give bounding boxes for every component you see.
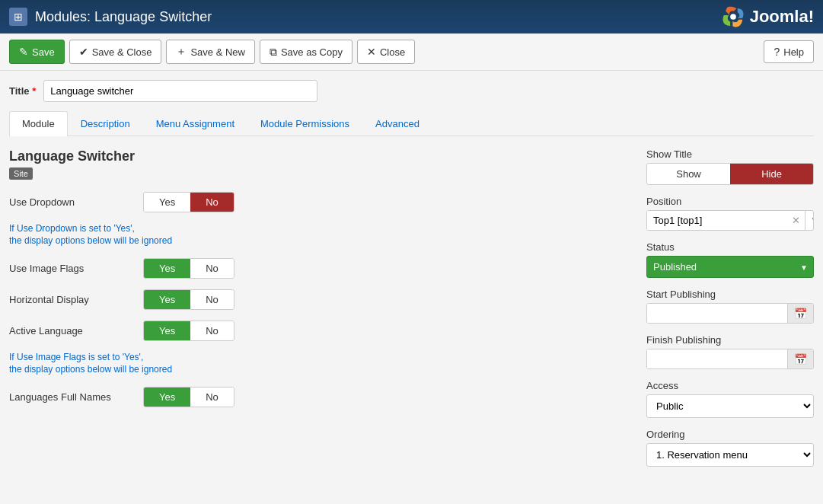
use-dropdown-label: Use Dropdown: [9, 196, 131, 208]
tab-menu-assignment[interactable]: Menu Assignment: [143, 111, 247, 136]
check-icon: ✔: [79, 46, 88, 58]
languages-full-names-toggle: Yes No: [143, 387, 234, 407]
tab-advanced[interactable]: Advanced: [362, 111, 432, 136]
access-label: Access: [646, 380, 814, 391]
status-label: Status: [646, 241, 814, 253]
active-language-yes[interactable]: Yes: [144, 321, 190, 340]
start-publishing-label: Start Publishing: [646, 289, 814, 300]
start-publishing-wrap: 📅: [646, 303, 814, 324]
use-dropdown-no[interactable]: No: [190, 193, 234, 212]
joomla-icon: [721, 5, 745, 29]
start-publishing-section: Start Publishing 📅: [646, 289, 814, 324]
save-copy-button[interactable]: ⧉ Save as Copy: [260, 40, 352, 64]
position-clear-button[interactable]: ✕: [787, 211, 805, 230]
active-language-row: Active Language Yes No: [9, 321, 631, 341]
tab-module[interactable]: Module: [9, 111, 68, 136]
required-marker: *: [32, 85, 36, 97]
status-section: Status Published: [646, 241, 814, 278]
toolbar: ✎ Save ✔ Save & Close ＋ Save & New ⧉ Sav…: [0, 33, 823, 71]
horizontal-display-toggle: Yes No: [143, 289, 234, 310]
start-publishing-calendar-icon[interactable]: 📅: [787, 304, 813, 323]
main-column: Language Switcher Site Use Dropdown Yes …: [9, 148, 631, 477]
finish-publishing-label: Finish Publishing: [646, 334, 814, 346]
title-label: Title *: [9, 85, 36, 97]
joomla-text: Joomla!: [750, 7, 814, 27]
position-label: Position: [646, 196, 814, 207]
finish-publishing-input[interactable]: [647, 349, 787, 368]
tabs: Module Description Menu Assignment Modul…: [9, 111, 814, 136]
copy-icon: ⧉: [270, 46, 277, 59]
languages-full-names-yes[interactable]: Yes: [144, 388, 190, 407]
languages-full-names-label: Languages Full Names: [9, 391, 131, 403]
save-button[interactable]: ✎ Save: [9, 40, 65, 64]
status-wrap: Published: [646, 256, 814, 278]
question-icon: ?: [774, 46, 780, 58]
show-title-label: Show Title: [646, 148, 814, 160]
use-image-flags-label: Use Image Flags: [9, 263, 131, 274]
dropdown-info-line1[interactable]: If Use Dropdown is set to 'Yes',: [9, 223, 631, 234]
use-dropdown-yes[interactable]: Yes: [144, 193, 190, 212]
finish-publishing-calendar-icon[interactable]: 📅: [787, 349, 813, 368]
header: ⊞ Modules: Language Switcher Joomla!: [0, 0, 823, 33]
use-dropdown-toggle: Yes No: [143, 192, 234, 212]
svg-point-0: [730, 14, 736, 20]
tab-description[interactable]: Description: [68, 111, 143, 136]
finish-publishing-section: Finish Publishing 📅: [646, 334, 814, 369]
use-image-flags-row: Use Image Flags Yes No: [9, 258, 631, 279]
use-image-flags-yes[interactable]: Yes: [144, 259, 190, 278]
start-publishing-input[interactable]: [647, 304, 787, 323]
close-button[interactable]: ✕ Close: [357, 40, 415, 64]
x-icon: ✕: [367, 46, 376, 58]
active-language-no[interactable]: No: [190, 321, 234, 340]
horizontal-display-row: Horizontal Display Yes No: [9, 289, 631, 310]
image-flags-info-line2[interactable]: the display options below will be ignore…: [9, 364, 631, 375]
module-icon: ⊞: [9, 8, 27, 26]
side-column: Show Title Show Hide Position ✕ ▼ Status: [646, 148, 814, 477]
access-select[interactable]: PublicGuestRegisteredSpecial: [646, 394, 814, 418]
active-language-label: Active Language: [9, 325, 131, 337]
section-title: Language Switcher: [9, 148, 631, 164]
position-dropdown-button[interactable]: ▼: [805, 211, 814, 230]
position-input-wrap: ✕ ▼: [646, 210, 814, 231]
title-input[interactable]: [43, 80, 317, 102]
use-image-flags-toggle: Yes No: [143, 258, 234, 279]
toolbar-buttons: ✎ Save ✔ Save & Close ＋ Save & New ⧉ Sav…: [9, 40, 415, 64]
access-section: Access PublicGuestRegisteredSpecial: [646, 380, 814, 418]
finish-publishing-wrap: 📅: [646, 349, 814, 369]
show-button[interactable]: Show: [647, 164, 730, 184]
show-title-section: Show Title Show Hide: [646, 148, 814, 185]
two-col-layout: Language Switcher Site Use Dropdown Yes …: [9, 148, 814, 477]
header-left: ⊞ Modules: Language Switcher: [9, 8, 212, 26]
use-dropdown-row: Use Dropdown Yes No: [9, 192, 631, 212]
plus-icon: ＋: [176, 45, 187, 59]
dropdown-info: If Use Dropdown is set to 'Yes', the dis…: [9, 223, 631, 246]
hide-button[interactable]: Hide: [730, 164, 813, 184]
save-icon: ✎: [19, 46, 28, 58]
help-button[interactable]: ? Help: [764, 40, 814, 63]
title-row: Title *: [9, 80, 814, 102]
show-hide-toggle: Show Hide: [646, 163, 814, 185]
status-select[interactable]: Published: [646, 256, 814, 278]
ordering-label: Ordering: [646, 429, 814, 440]
horizontal-display-label: Horizontal Display: [9, 294, 131, 305]
horizontal-display-no[interactable]: No: [190, 290, 234, 309]
image-flags-info-line1[interactable]: If Use Image Flags is set to 'Yes',: [9, 352, 631, 362]
content: Title * Module Description Menu Assignme…: [0, 71, 823, 486]
position-section: Position ✕ ▼: [646, 196, 814, 231]
ordering-select[interactable]: 1. Reservation menu: [646, 443, 814, 467]
ordering-section: Ordering 1. Reservation menu: [646, 429, 814, 467]
position-input[interactable]: [647, 211, 787, 230]
save-new-button[interactable]: ＋ Save & New: [166, 40, 255, 64]
site-badge: Site: [9, 167, 33, 180]
header-title: Modules: Language Switcher: [35, 9, 212, 25]
dropdown-info-line2[interactable]: the display options below will be ignore…: [9, 235, 631, 246]
horizontal-display-yes[interactable]: Yes: [144, 290, 190, 309]
save-close-button[interactable]: ✔ Save & Close: [69, 40, 162, 64]
image-flags-info: If Use Image Flags is set to 'Yes', the …: [9, 352, 631, 375]
tab-module-permissions[interactable]: Module Permissions: [247, 111, 362, 136]
use-image-flags-no[interactable]: No: [190, 259, 234, 278]
languages-full-names-row: Languages Full Names Yes No: [9, 387, 631, 407]
active-language-toggle: Yes No: [143, 321, 234, 341]
languages-full-names-no[interactable]: No: [190, 388, 234, 407]
joomla-logo: Joomla!: [721, 5, 814, 29]
